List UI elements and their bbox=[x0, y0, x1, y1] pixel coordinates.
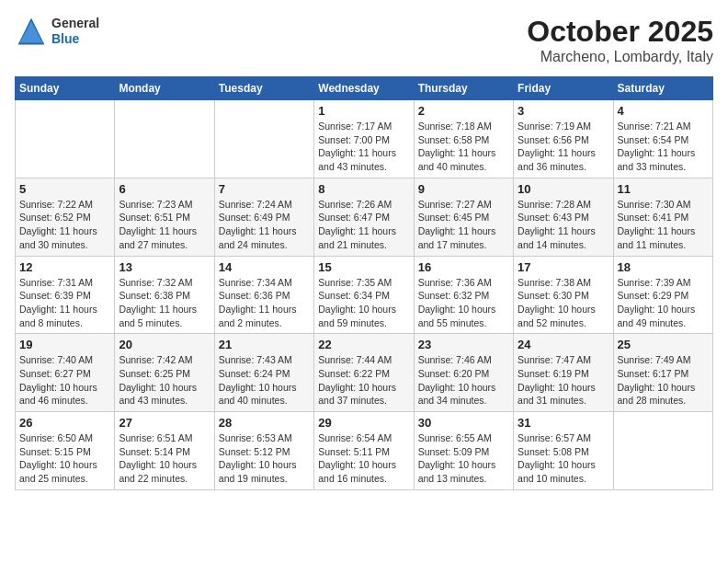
calendar-cell: 31Sunrise: 6:57 AM Sunset: 5:08 PM Dayli… bbox=[514, 412, 613, 490]
calendar-cell: 13Sunrise: 7:32 AM Sunset: 6:38 PM Dayli… bbox=[115, 256, 214, 334]
calendar-cell: 17Sunrise: 7:38 AM Sunset: 6:30 PM Dayli… bbox=[514, 256, 613, 334]
day-info: Sunrise: 6:50 AM Sunset: 5:15 PM Dayligh… bbox=[19, 431, 110, 486]
day-info: Sunrise: 7:17 AM Sunset: 7:00 PM Dayligh… bbox=[318, 120, 409, 174]
day-number: 5 bbox=[19, 182, 110, 196]
page-header: General Blue October 2025 Marcheno, Lomb… bbox=[15, 15, 713, 65]
weekday-header: Monday bbox=[115, 77, 214, 100]
day-info: Sunrise: 7:31 AM Sunset: 6:39 PM Dayligh… bbox=[19, 276, 110, 330]
calendar-cell: 19Sunrise: 7:40 AM Sunset: 6:27 PM Dayli… bbox=[16, 334, 115, 412]
calendar-cell: 28Sunrise: 6:53 AM Sunset: 5:12 PM Dayli… bbox=[214, 412, 313, 490]
day-info: Sunrise: 7:40 AM Sunset: 6:27 PM Dayligh… bbox=[19, 353, 110, 408]
day-info: Sunrise: 7:22 AM Sunset: 6:52 PM Dayligh… bbox=[19, 198, 110, 252]
day-number: 25 bbox=[618, 338, 709, 351]
calendar-cell: 11Sunrise: 7:30 AM Sunset: 6:41 PM Dayli… bbox=[613, 178, 712, 256]
calendar-week-row: 12Sunrise: 7:31 AM Sunset: 6:39 PM Dayli… bbox=[16, 256, 713, 334]
calendar-cell: 5Sunrise: 7:22 AM Sunset: 6:52 PM Daylig… bbox=[16, 178, 115, 256]
weekday-header: Friday bbox=[514, 77, 613, 100]
day-number: 18 bbox=[618, 260, 709, 274]
day-number: 3 bbox=[518, 104, 609, 118]
calendar-cell: 24Sunrise: 7:47 AM Sunset: 6:19 PM Dayli… bbox=[514, 334, 613, 412]
day-number: 4 bbox=[618, 104, 709, 118]
day-info: Sunrise: 6:51 AM Sunset: 5:14 PM Dayligh… bbox=[119, 431, 210, 486]
location: Marcheno, Lombardy, Italy bbox=[527, 49, 713, 65]
day-info: Sunrise: 7:46 AM Sunset: 6:20 PM Dayligh… bbox=[418, 353, 509, 408]
day-number: 1 bbox=[318, 104, 409, 118]
day-info: Sunrise: 7:21 AM Sunset: 6:54 PM Dayligh… bbox=[618, 120, 709, 174]
calendar-cell: 8Sunrise: 7:26 AM Sunset: 6:47 PM Daylig… bbox=[314, 178, 414, 256]
day-info: Sunrise: 7:43 AM Sunset: 6:24 PM Dayligh… bbox=[219, 353, 310, 408]
calendar-cell: 16Sunrise: 7:36 AM Sunset: 6:32 PM Dayli… bbox=[414, 256, 513, 334]
day-number: 30 bbox=[418, 416, 509, 430]
day-info: Sunrise: 7:49 AM Sunset: 6:17 PM Dayligh… bbox=[618, 353, 709, 408]
day-number: 13 bbox=[119, 260, 210, 274]
calendar-cell: 7Sunrise: 7:24 AM Sunset: 6:49 PM Daylig… bbox=[214, 178, 313, 256]
weekday-header: Thursday bbox=[414, 77, 513, 100]
day-number: 20 bbox=[119, 338, 210, 351]
month-title: October 2025 bbox=[527, 15, 713, 49]
calendar-week-row: 1Sunrise: 7:17 AM Sunset: 7:00 PM Daylig… bbox=[16, 100, 713, 178]
calendar-cell: 1Sunrise: 7:17 AM Sunset: 7:00 PM Daylig… bbox=[314, 100, 414, 178]
day-info: Sunrise: 7:24 AM Sunset: 6:49 PM Dayligh… bbox=[219, 198, 310, 252]
day-number: 2 bbox=[418, 104, 509, 118]
day-info: Sunrise: 6:54 AM Sunset: 5:11 PM Dayligh… bbox=[318, 431, 409, 486]
day-info: Sunrise: 6:55 AM Sunset: 5:09 PM Dayligh… bbox=[418, 431, 509, 486]
day-info: Sunrise: 7:42 AM Sunset: 6:25 PM Dayligh… bbox=[119, 353, 210, 408]
day-number: 24 bbox=[518, 338, 609, 351]
day-number: 29 bbox=[318, 416, 409, 430]
calendar-cell: 22Sunrise: 7:44 AM Sunset: 6:22 PM Dayli… bbox=[314, 334, 414, 412]
calendar-cell bbox=[115, 100, 214, 178]
calendar-cell: 2Sunrise: 7:18 AM Sunset: 6:58 PM Daylig… bbox=[414, 100, 513, 178]
logo-general-text: General bbox=[51, 16, 99, 31]
calendar-cell: 14Sunrise: 7:34 AM Sunset: 6:36 PM Dayli… bbox=[214, 256, 313, 334]
day-info: Sunrise: 7:27 AM Sunset: 6:45 PM Dayligh… bbox=[418, 198, 509, 252]
weekday-header: Saturday bbox=[613, 77, 712, 100]
calendar-cell: 27Sunrise: 6:51 AM Sunset: 5:14 PM Dayli… bbox=[115, 412, 214, 490]
day-number: 22 bbox=[318, 338, 409, 351]
calendar-cell bbox=[214, 100, 313, 178]
day-number: 27 bbox=[119, 416, 210, 430]
day-number: 14 bbox=[219, 260, 310, 274]
day-number: 6 bbox=[119, 182, 210, 196]
calendar-cell: 30Sunrise: 6:55 AM Sunset: 5:09 PM Dayli… bbox=[414, 412, 513, 490]
day-number: 16 bbox=[418, 260, 509, 274]
calendar-cell: 29Sunrise: 6:54 AM Sunset: 5:11 PM Dayli… bbox=[314, 412, 414, 490]
day-number: 26 bbox=[19, 416, 110, 430]
title-block: October 2025 Marcheno, Lombardy, Italy bbox=[527, 15, 713, 65]
weekday-header: Sunday bbox=[16, 77, 115, 100]
day-info: Sunrise: 7:19 AM Sunset: 6:56 PM Dayligh… bbox=[518, 120, 609, 174]
day-info: Sunrise: 7:18 AM Sunset: 6:58 PM Dayligh… bbox=[418, 120, 509, 174]
day-info: Sunrise: 7:44 AM Sunset: 6:22 PM Dayligh… bbox=[318, 353, 409, 408]
calendar-cell: 10Sunrise: 7:28 AM Sunset: 6:43 PM Dayli… bbox=[514, 178, 613, 256]
weekday-header: Tuesday bbox=[214, 77, 313, 100]
logo-icon bbox=[15, 15, 48, 48]
day-number: 21 bbox=[219, 338, 310, 351]
calendar-cell: 12Sunrise: 7:31 AM Sunset: 6:39 PM Dayli… bbox=[16, 256, 115, 334]
calendar-cell: 4Sunrise: 7:21 AM Sunset: 6:54 PM Daylig… bbox=[613, 100, 712, 178]
day-number: 11 bbox=[618, 182, 709, 196]
calendar-cell: 20Sunrise: 7:42 AM Sunset: 6:25 PM Dayli… bbox=[115, 334, 214, 412]
calendar-cell: 18Sunrise: 7:39 AM Sunset: 6:29 PM Dayli… bbox=[613, 256, 712, 334]
day-number: 15 bbox=[318, 260, 409, 274]
day-info: Sunrise: 7:47 AM Sunset: 6:19 PM Dayligh… bbox=[518, 353, 609, 408]
day-number: 17 bbox=[518, 260, 609, 274]
day-number: 12 bbox=[19, 260, 110, 274]
day-info: Sunrise: 7:34 AM Sunset: 6:36 PM Dayligh… bbox=[219, 276, 310, 330]
day-number: 9 bbox=[418, 182, 509, 196]
day-info: Sunrise: 7:26 AM Sunset: 6:47 PM Dayligh… bbox=[318, 198, 409, 252]
day-number: 7 bbox=[219, 182, 310, 196]
calendar-cell: 21Sunrise: 7:43 AM Sunset: 6:24 PM Dayli… bbox=[214, 334, 313, 412]
logo-blue-text: Blue bbox=[51, 31, 99, 47]
calendar-cell bbox=[16, 100, 115, 178]
calendar-table: SundayMondayTuesdayWednesdayThursdayFrid… bbox=[15, 76, 713, 490]
day-info: Sunrise: 7:28 AM Sunset: 6:43 PM Dayligh… bbox=[518, 198, 609, 252]
calendar-cell: 15Sunrise: 7:35 AM Sunset: 6:34 PM Dayli… bbox=[314, 256, 414, 334]
day-number: 19 bbox=[19, 338, 110, 351]
calendar-cell: 6Sunrise: 7:23 AM Sunset: 6:51 PM Daylig… bbox=[115, 178, 214, 256]
calendar-cell: 23Sunrise: 7:46 AM Sunset: 6:20 PM Dayli… bbox=[414, 334, 513, 412]
calendar-week-row: 5Sunrise: 7:22 AM Sunset: 6:52 PM Daylig… bbox=[16, 178, 713, 256]
day-number: 8 bbox=[318, 182, 409, 196]
day-info: Sunrise: 7:38 AM Sunset: 6:30 PM Dayligh… bbox=[518, 276, 609, 330]
calendar-week-row: 19Sunrise: 7:40 AM Sunset: 6:27 PM Dayli… bbox=[16, 334, 713, 412]
day-info: Sunrise: 7:23 AM Sunset: 6:51 PM Dayligh… bbox=[119, 198, 210, 252]
calendar-week-row: 26Sunrise: 6:50 AM Sunset: 5:15 PM Dayli… bbox=[16, 412, 713, 490]
